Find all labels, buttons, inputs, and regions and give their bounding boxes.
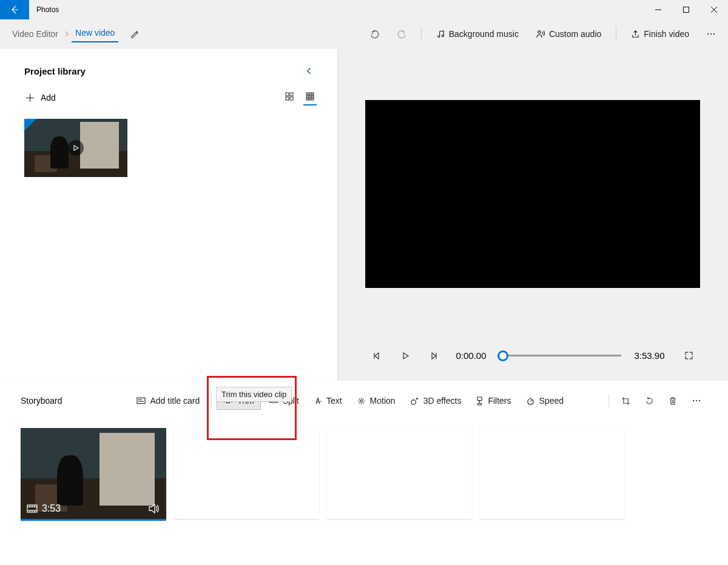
app-title: Photos: [29, 5, 59, 14]
3d-effects-label: 3D effects: [423, 396, 462, 406]
delete-button[interactable]: [662, 393, 683, 409]
svg-point-45: [699, 400, 700, 401]
plus-icon: [25, 93, 35, 102]
speed-button[interactable]: Speed: [519, 392, 570, 410]
svg-rect-1: [684, 7, 689, 13]
storyboard-empty-slot[interactable]: [479, 428, 625, 519]
film-icon: [27, 504, 38, 513]
separator: [616, 27, 616, 41]
trash-icon: [669, 396, 677, 406]
filters-button[interactable]: Filters: [469, 392, 517, 410]
close-button[interactable]: [700, 0, 728, 19]
chevron-left-icon: [305, 67, 313, 75]
custom-audio-button[interactable]: Custom audio: [530, 25, 607, 42]
chevron-right-icon: [63, 30, 70, 38]
finish-video-button[interactable]: Finish video: [625, 25, 695, 42]
clip-sound-icon[interactable]: [148, 503, 160, 514]
maximize-icon: [683, 7, 689, 13]
storyboard-more-button[interactable]: [686, 392, 707, 409]
total-time: 3:53.90: [635, 350, 665, 361]
add-media-button[interactable]: Add: [24, 90, 57, 105]
svg-rect-15: [290, 97, 293, 100]
rotate-button[interactable]: [639, 393, 660, 409]
crop-button[interactable]: [615, 393, 636, 409]
export-icon: [631, 30, 640, 39]
finish-video-label: Finish video: [644, 29, 689, 39]
breadcrumb: Video Editor New video: [6, 25, 144, 42]
custom-audio-label: Custom audio: [549, 29, 601, 39]
title-card-icon: [136, 396, 146, 405]
svg-rect-18: [312, 93, 314, 95]
back-button[interactable]: [0, 0, 29, 19]
rename-button[interactable]: [126, 27, 144, 41]
play-button[interactable]: [397, 349, 413, 363]
grid-small-icon: [306, 92, 314, 101]
background-music-button[interactable]: Background music: [430, 25, 525, 42]
project-library-panel: Project library Add: [0, 48, 337, 381]
ellipsis-icon: [706, 29, 716, 39]
svg-point-37: [411, 400, 416, 404]
clip-duration-badge: 3:53: [27, 503, 61, 514]
step-forward-icon: [430, 352, 439, 360]
minimize-button[interactable]: [644, 0, 672, 19]
filters-icon: [476, 396, 484, 406]
speed-label: Speed: [539, 396, 564, 406]
view-small-grid-button[interactable]: [303, 90, 317, 105]
svg-rect-24: [312, 98, 314, 100]
svg-rect-17: [309, 93, 311, 95]
slider-thumb[interactable]: [497, 350, 508, 361]
redo-button[interactable]: [391, 25, 413, 42]
play-overlay-icon: [68, 140, 84, 156]
text-icon: [314, 396, 322, 405]
svg-rect-23: [309, 98, 311, 100]
svg-rect-14: [286, 97, 289, 100]
maximize-button[interactable]: [672, 0, 700, 19]
svg-rect-38: [477, 397, 482, 401]
rotate-icon: [645, 396, 654, 406]
separator: [211, 394, 212, 407]
breadcrumb-current[interactable]: New video: [72, 25, 118, 42]
storyboard-empty-slot[interactable]: [174, 428, 319, 519]
svg-rect-22: [306, 98, 308, 100]
speed-icon: [526, 396, 535, 406]
fullscreen-button[interactable]: [681, 349, 697, 363]
text-label: Text: [326, 396, 342, 406]
titlebar: Photos: [0, 0, 728, 19]
add-title-card-button[interactable]: Add title card: [130, 392, 206, 410]
library-media-item[interactable]: [24, 119, 127, 177]
svg-line-41: [530, 400, 532, 401]
crop-icon: [621, 396, 630, 406]
undo-button[interactable]: [364, 25, 386, 42]
playback-slider[interactable]: [500, 355, 621, 356]
motion-icon: [357, 396, 366, 406]
view-large-grid-button[interactable]: [283, 90, 296, 105]
svg-rect-21: [312, 96, 314, 98]
redo-icon: [397, 29, 406, 39]
trim-tooltip: Trim this video clip: [216, 387, 292, 402]
preview-video-frame[interactable]: [365, 100, 700, 288]
command-bar: Video Editor New video Background music …: [0, 19, 728, 48]
svg-rect-25: [137, 398, 145, 403]
storyboard-empty-slot[interactable]: [326, 428, 472, 519]
svg-point-44: [696, 400, 697, 401]
volume-icon: [148, 503, 160, 514]
previous-frame-button[interactable]: [368, 349, 384, 363]
playback-controls: 0:00.00 3:53.90: [337, 349, 728, 363]
music-note-icon: [436, 30, 445, 39]
grid-large-icon: [285, 92, 294, 101]
breadcrumb-root[interactable]: Video Editor: [8, 27, 62, 41]
collapse-library-button[interactable]: [301, 64, 317, 78]
motion-button[interactable]: Motion: [350, 392, 402, 410]
storyboard-clip[interactable]: 3:53: [21, 428, 166, 521]
ellipsis-icon: [692, 396, 701, 406]
project-library-title: Project library: [24, 66, 86, 76]
text-button[interactable]: Text: [307, 392, 349, 410]
add-title-card-label: Add title card: [150, 396, 200, 406]
separator: [608, 394, 609, 407]
more-button[interactable]: [700, 25, 722, 42]
3d-effects-button[interactable]: 3D effects: [403, 392, 468, 410]
window-controls: [644, 0, 728, 19]
person-audio-icon: [536, 29, 545, 39]
svg-rect-13: [290, 93, 293, 96]
next-frame-button[interactable]: [426, 349, 442, 363]
